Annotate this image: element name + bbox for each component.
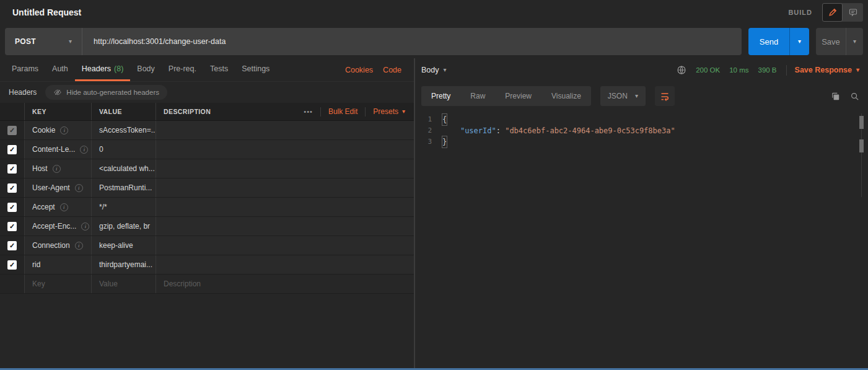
bulk-edit-link[interactable]: Bulk Edit <box>328 107 357 116</box>
header-description[interactable] <box>156 121 414 139</box>
save-options-button[interactable]: ▾ <box>846 28 863 55</box>
divider <box>320 107 321 117</box>
header-description[interactable] <box>156 255 414 274</box>
wrap-text-button[interactable] <box>655 86 675 106</box>
format-dropdown[interactable]: JSON ▾ <box>600 86 646 106</box>
header-value[interactable]: keep-alive <box>99 241 133 250</box>
header-row-accept: ✓ Accept i */* <box>0 198 414 217</box>
network-globe-icon[interactable] <box>677 65 686 75</box>
code-link[interactable]: Code <box>378 58 406 81</box>
tab-visualize[interactable]: Visualize <box>541 86 591 106</box>
header-key[interactable]: rid <box>32 260 40 269</box>
header-value[interactable]: <calculated wh... <box>99 164 155 173</box>
tab-body[interactable]: Body <box>130 58 162 81</box>
header-value[interactable]: gzip, deflate, br <box>99 222 150 231</box>
header-value[interactable]: PostmanRunti... <box>99 183 152 192</box>
request-panel: Params Auth Headers (8) Body Pre-req. Te… <box>0 58 414 368</box>
row-checkbox[interactable]: ✓ <box>7 183 17 193</box>
tab-settings[interactable]: Settings <box>235 58 276 81</box>
info-icon[interactable]: i <box>81 222 89 231</box>
headers-table-header: KEY VALUE DESCRIPTION ••• Bulk Edit Pres… <box>0 103 414 121</box>
top-bar: Untitled Request BUILD <box>0 0 868 25</box>
new-header-row: Key Value Description <box>0 275 414 294</box>
headers-count-badge: (8) <box>114 64 123 73</box>
header-key[interactable]: Accept <box>32 203 55 211</box>
comments-button[interactable] <box>843 3 863 22</box>
tab-preview[interactable]: Preview <box>495 86 541 106</box>
cookies-link[interactable]: Cookies <box>340 58 378 81</box>
presets-dropdown[interactable]: Presets ▾ <box>373 107 405 116</box>
info-icon[interactable]: i <box>75 184 83 192</box>
header-value[interactable]: 0 <box>99 145 103 154</box>
description-input-placeholder[interactable]: Description <box>164 280 201 288</box>
row-checkbox[interactable]: ✓ <box>7 126 17 135</box>
tab-raw[interactable]: Raw <box>460 86 495 106</box>
header-description[interactable] <box>156 140 414 159</box>
headers-subheader: Headers Hide auto-generated headers <box>0 82 414 103</box>
main-split: Params Auth Headers (8) Body Pre-req. Te… <box>0 58 868 368</box>
header-description[interactable] <box>156 178 414 197</box>
row-checkbox[interactable]: ✓ <box>7 164 17 174</box>
header-value[interactable]: */* <box>99 203 107 211</box>
tab-params[interactable]: Params <box>5 58 45 81</box>
tab-auth[interactable]: Auth <box>45 58 75 81</box>
send-options-button[interactable]: ▾ <box>789 28 809 55</box>
response-code-editor[interactable]: 1{ 2 "userId": "db4c6ebf-abc2-4964-abe9-… <box>415 110 868 368</box>
tab-pretty[interactable]: Pretty <box>421 86 460 106</box>
header-key[interactable]: Host <box>32 164 48 173</box>
tab-headers[interactable]: Headers (8) <box>75 58 131 81</box>
indent <box>442 125 460 136</box>
response-view-tabs: Pretty Raw Preview Visualize <box>421 86 591 106</box>
tab-body-label: Body <box>137 64 155 73</box>
header-description[interactable] <box>156 159 414 178</box>
edit-mode-button[interactable] <box>822 3 843 22</box>
tab-prereq-label: Pre-req. <box>169 64 196 73</box>
response-body-dropdown[interactable]: Body ▾ <box>421 66 447 74</box>
key-input-placeholder[interactable]: Key <box>32 280 45 288</box>
info-icon[interactable]: i <box>60 203 68 211</box>
send-button[interactable]: Send <box>748 28 789 55</box>
more-options-icon[interactable]: ••• <box>304 108 313 115</box>
hide-autogenerated-label: Hide auto-generated headers <box>66 89 159 96</box>
header-description[interactable] <box>156 198 414 216</box>
json-string-token: "db4c6ebf-abc2-4964-abe9-0c53c9f8be3a" <box>505 125 675 136</box>
value-input-placeholder[interactable]: Value <box>99 280 118 288</box>
header-description[interactable] <box>156 217 414 236</box>
header-description[interactable] <box>156 236 414 255</box>
ruler-mark[interactable] <box>859 116 864 129</box>
status-badge[interactable]: 200 OK <box>696 66 720 74</box>
response-time[interactable]: 10 ms <box>729 66 748 74</box>
row-checkbox[interactable]: ✓ <box>7 222 17 231</box>
header-value[interactable]: sAccessToken=... <box>99 126 156 134</box>
response-size[interactable]: 390 B <box>758 66 776 74</box>
header-key[interactable]: Accept-Enc... <box>32 222 76 231</box>
save-response-dropdown[interactable]: Save Response ▾ <box>795 66 859 74</box>
hide-autogenerated-toggle[interactable]: Hide auto-generated headers <box>45 85 167 100</box>
header-key[interactable]: Cookie <box>32 126 55 134</box>
tab-settings-label: Settings <box>242 64 270 73</box>
header-key[interactable]: Connection <box>32 241 70 250</box>
row-checkbox[interactable]: ✓ <box>7 203 17 212</box>
key-column-header: KEY <box>32 108 46 115</box>
tab-tests[interactable]: Tests <box>203 58 235 81</box>
header-key[interactable]: User-Agent <box>32 183 70 192</box>
url-input[interactable]: http://localhost:3001/change-user-data <box>82 28 742 55</box>
header-value[interactable]: thirdpartyemai... <box>99 260 152 269</box>
copy-icon[interactable] <box>831 92 840 101</box>
header-key[interactable]: Content-Le... <box>32 145 75 154</box>
info-icon[interactable]: i <box>80 146 88 154</box>
tab-params-label: Params <box>12 64 38 73</box>
row-checkbox[interactable]: ✓ <box>7 260 17 270</box>
search-icon[interactable] <box>850 92 859 101</box>
row-checkbox[interactable]: ✓ <box>7 241 17 250</box>
save-button[interactable]: Save <box>816 28 846 55</box>
info-icon[interactable]: i <box>53 165 61 173</box>
open-brace-token: { <box>442 114 447 125</box>
ruler-mark[interactable] <box>859 139 864 152</box>
info-icon[interactable]: i <box>60 126 68 134</box>
tab-prereq[interactable]: Pre-req. <box>162 58 203 81</box>
row-checkbox[interactable]: ✓ <box>7 145 17 154</box>
method-dropdown[interactable]: POST ▾ <box>5 28 82 55</box>
response-body-label: Body <box>421 66 439 74</box>
info-icon[interactable]: i <box>75 242 83 250</box>
